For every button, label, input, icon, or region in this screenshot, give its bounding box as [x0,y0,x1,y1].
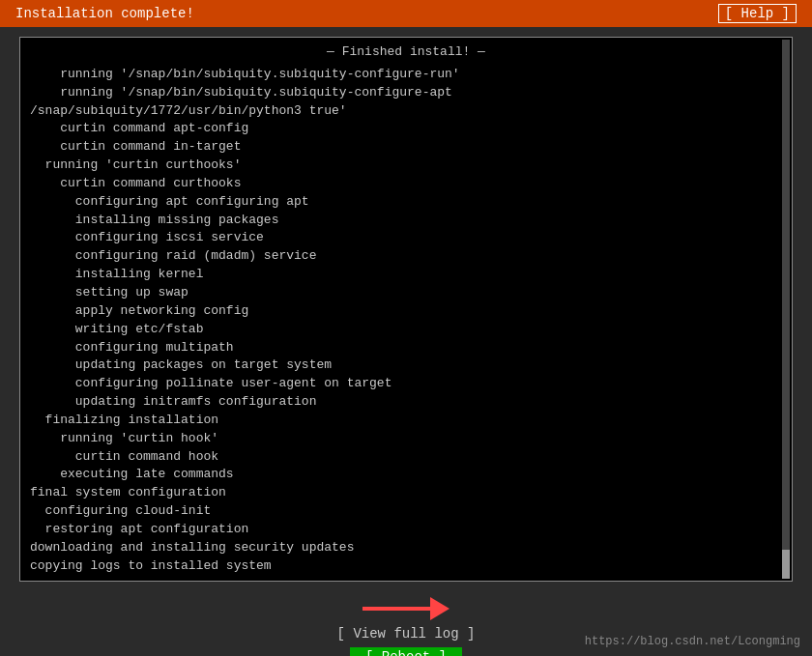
log-container: — Finished install! — running '/snap/bin… [19,37,793,582]
arrow-head [430,597,450,620]
top-bar: Installation complete! [ Help ] [0,0,812,27]
watermark: https://blog.csdn.net/Lcongming [585,635,800,648]
scrollbar[interactable] [782,40,790,579]
log-lines: running '/snap/bin/subiquity.subiquity-c… [30,66,782,576]
arrow-line [362,607,430,611]
main-screen: Installation complete! [ Help ] — Finish… [0,0,812,656]
log-title: — Finished install! — [30,43,782,62]
main-content: — Finished install! — running '/snap/bin… [0,27,812,656]
top-bar-title: Installation complete! [15,6,194,21]
reboot-button[interactable]: [ Reboot ] [350,647,462,656]
help-button[interactable]: [ Help ] [718,4,797,23]
scrollbar-thumb[interactable] [782,550,790,579]
view-log-button[interactable]: [ View full log ] [330,624,483,643]
arrow-indicator [362,597,450,620]
